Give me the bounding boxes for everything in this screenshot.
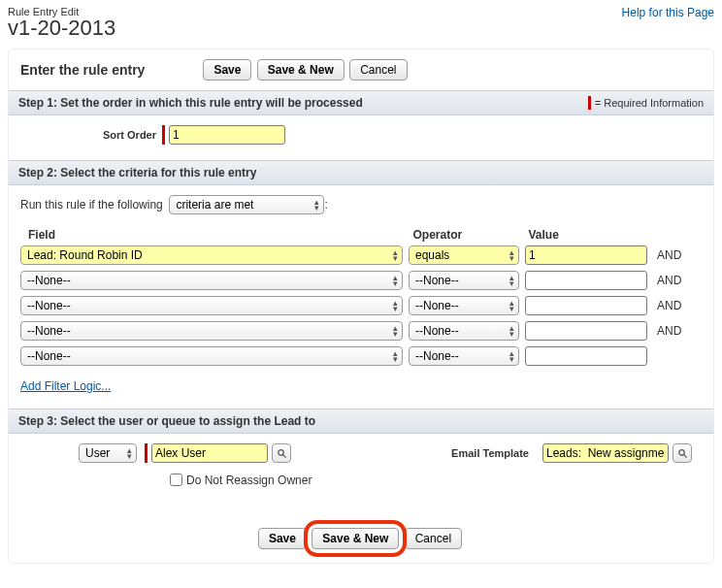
criteria-row: Lead: Round Robin ID▴▾equals▴▾AND	[20, 245, 702, 265]
lookup-icon[interactable]	[673, 443, 692, 463]
criteria-field-select[interactable]: --None--	[20, 271, 403, 290]
save-button[interactable]: Save	[203, 59, 251, 81]
criteria-row: --None--▴▾--None--▴▾AND	[20, 296, 702, 315]
step2-header: Step 2: Select the criteria for this rul…	[9, 160, 713, 185]
criteria-operator-select[interactable]: --None--	[409, 296, 519, 315]
cancel-button[interactable]: Cancel	[405, 528, 462, 549]
required-indicator-icon	[145, 443, 148, 463]
criteria-mode-select[interactable]: criteria are met	[169, 195, 324, 214]
email-template-input[interactable]	[542, 443, 669, 463]
required-indicator-icon	[588, 96, 591, 110]
criteria-row: --None--▴▾--None--▴▾AND	[20, 321, 702, 341]
criteria-operator-select[interactable]: equals	[409, 245, 519, 265]
assignee-type-select[interactable]: User	[79, 443, 137, 463]
save-new-button[interactable]: Save & New	[312, 528, 399, 549]
section-title: Enter the rule entry	[20, 62, 145, 78]
svg-point-0	[278, 449, 283, 455]
sort-order-label: Sort Order	[20, 129, 162, 141]
criteria-operator-select[interactable]: --None--	[409, 346, 519, 366]
form-panel: Enter the rule entry Save Save & New Can…	[8, 49, 714, 564]
assignee-input[interactable]	[151, 443, 268, 463]
svg-point-2	[678, 449, 684, 455]
criteria-value-input[interactable]	[525, 245, 647, 265]
criteria-and-label: AND	[647, 248, 696, 262]
criteria-field-select[interactable]: --None--	[20, 321, 403, 341]
col-field: Field	[28, 228, 413, 242]
add-filter-logic-link[interactable]: Add Filter Logic...	[20, 379, 111, 393]
cancel-button[interactable]: Cancel	[349, 59, 407, 81]
required-indicator-icon	[162, 125, 165, 145]
criteria-and-label: AND	[647, 274, 696, 287]
lookup-icon[interactable]	[272, 443, 291, 463]
col-value: Value	[528, 228, 653, 242]
criteria-and-label: AND	[647, 324, 696, 338]
criteria-value-input[interactable]	[525, 296, 647, 315]
criteria-and-label: AND	[647, 299, 696, 312]
criteria-value-input[interactable]	[525, 346, 647, 366]
criteria-value-input[interactable]	[525, 321, 647, 341]
required-note: = Required Information	[588, 96, 704, 110]
save-new-button[interactable]: Save & New	[257, 59, 345, 81]
run-rule-prefix: Run this rule if the following	[20, 198, 163, 212]
col-operator: Operator	[413, 228, 529, 242]
do-not-reassign-label: Do Not Reassign Owner	[186, 474, 312, 487]
save-button[interactable]: Save	[258, 528, 307, 549]
criteria-field-select[interactable]: Lead: Round Robin ID	[20, 245, 403, 265]
criteria-value-input[interactable]	[525, 271, 647, 290]
step1-title: Step 1: Set the order in which this rule…	[18, 96, 363, 110]
step3-header: Step 3: Select the user or queue to assi…	[9, 408, 713, 434]
svg-line-1	[282, 454, 285, 457]
colon: :	[324, 198, 327, 212]
sort-order-input[interactable]	[169, 125, 285, 145]
criteria-row: --None--▴▾--None--▴▾AND	[20, 271, 702, 290]
svg-line-3	[683, 454, 686, 457]
help-link[interactable]: Help for this Page	[622, 6, 714, 19]
criteria-operator-select[interactable]: --None--	[409, 271, 519, 290]
step1-header: Step 1: Set the order in which this rule…	[9, 90, 713, 115]
criteria-operator-select[interactable]: --None--	[409, 321, 519, 341]
step3-title: Step 3: Select the user or queue to assi…	[18, 414, 315, 428]
criteria-field-select[interactable]: --None--	[20, 296, 403, 315]
criteria-field-select[interactable]: --None--	[20, 346, 403, 366]
criteria-row: --None--▴▾--None--▴▾	[20, 346, 702, 366]
email-template-label: Email Template	[451, 447, 529, 459]
step2-title: Step 2: Select the criteria for this rul…	[18, 166, 256, 180]
do-not-reassign-checkbox[interactable]	[170, 474, 182, 486]
page-title: v1-20-2013	[8, 16, 115, 41]
